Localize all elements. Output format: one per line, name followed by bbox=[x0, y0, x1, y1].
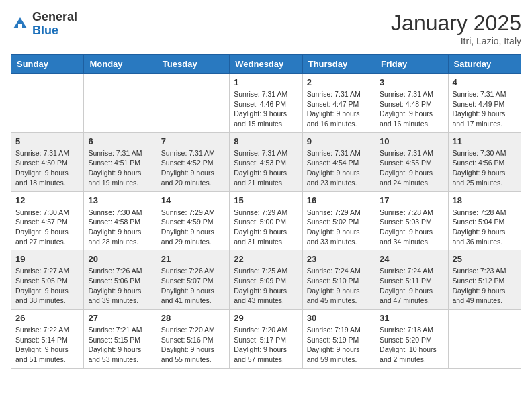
calendar-cell: 18Sunrise: 7:28 AMSunset: 5:04 PMDayligh… bbox=[448, 191, 521, 250]
day-number: 23 bbox=[307, 254, 371, 264]
day-info: Sunrise: 7:31 AMSunset: 4:46 PMDaylight:… bbox=[234, 89, 298, 129]
weekday-header-cell: Wednesday bbox=[230, 55, 302, 74]
day-number: 22 bbox=[234, 254, 298, 264]
day-info: Sunrise: 7:19 AMSunset: 5:19 PMDaylight:… bbox=[307, 325, 371, 365]
day-number: 25 bbox=[453, 254, 517, 264]
svg-rect-1 bbox=[18, 24, 22, 30]
day-info: Sunrise: 7:31 AMSunset: 4:48 PMDaylight:… bbox=[380, 89, 443, 129]
location: Itri, Lazio, Italy bbox=[391, 36, 521, 46]
calendar-cell: 17Sunrise: 7:28 AMSunset: 5:03 PMDayligh… bbox=[375, 191, 448, 250]
day-number: 16 bbox=[307, 195, 371, 205]
logo-general: General bbox=[32, 10, 77, 24]
calendar-cell: 23Sunrise: 7:24 AMSunset: 5:10 PMDayligh… bbox=[302, 250, 375, 310]
calendar-cell bbox=[157, 74, 229, 133]
day-number: 15 bbox=[234, 195, 298, 205]
day-info: Sunrise: 7:31 AMSunset: 4:49 PMDaylight:… bbox=[453, 89, 517, 129]
day-number: 28 bbox=[161, 313, 225, 323]
calendar-cell: 28Sunrise: 7:20 AMSunset: 5:16 PMDayligh… bbox=[157, 310, 229, 369]
logo-icon bbox=[11, 15, 30, 34]
day-info: Sunrise: 7:30 AMSunset: 4:57 PMDaylight:… bbox=[15, 208, 79, 247]
day-info: Sunrise: 7:22 AMSunset: 5:14 PMDaylight:… bbox=[15, 325, 79, 365]
day-info: Sunrise: 7:25 AMSunset: 5:09 PMDaylight:… bbox=[234, 266, 298, 306]
weekday-header-cell: Sunday bbox=[11, 55, 84, 74]
day-number: 3 bbox=[380, 77, 443, 87]
day-info: Sunrise: 7:21 AMSunset: 5:15 PMDaylight:… bbox=[88, 325, 152, 365]
calendar-cell: 27Sunrise: 7:21 AMSunset: 5:15 PMDayligh… bbox=[84, 310, 157, 369]
day-info: Sunrise: 7:24 AMSunset: 5:11 PMDaylight:… bbox=[380, 266, 443, 306]
day-info: Sunrise: 7:31 AMSunset: 4:51 PMDaylight:… bbox=[88, 148, 152, 188]
calendar-cell: 13Sunrise: 7:30 AMSunset: 4:58 PMDayligh… bbox=[84, 191, 157, 250]
day-info: Sunrise: 7:20 AMSunset: 5:17 PMDaylight:… bbox=[234, 325, 298, 365]
day-info: Sunrise: 7:31 AMSunset: 4:47 PMDaylight:… bbox=[307, 89, 371, 129]
calendar-cell: 11Sunrise: 7:30 AMSunset: 4:56 PMDayligh… bbox=[448, 132, 521, 191]
weekday-header-cell: Tuesday bbox=[157, 55, 229, 74]
calendar-cell: 6Sunrise: 7:31 AMSunset: 4:51 PMDaylight… bbox=[84, 132, 157, 191]
calendar-cell bbox=[11, 74, 84, 133]
day-number: 27 bbox=[88, 313, 152, 323]
calendar-cell: 21Sunrise: 7:26 AMSunset: 5:07 PMDayligh… bbox=[157, 250, 229, 310]
day-info: Sunrise: 7:24 AMSunset: 5:10 PMDaylight:… bbox=[307, 266, 371, 306]
day-number: 6 bbox=[88, 136, 152, 146]
calendar-cell bbox=[84, 74, 157, 133]
weekday-header-cell: Monday bbox=[84, 55, 157, 74]
day-info: Sunrise: 7:29 AMSunset: 4:59 PMDaylight:… bbox=[161, 208, 225, 247]
day-number: 11 bbox=[453, 136, 517, 146]
weekday-header-row: SundayMondayTuesdayWednesdayThursdayFrid… bbox=[11, 55, 521, 74]
day-number: 20 bbox=[88, 254, 152, 264]
calendar-cell: 10Sunrise: 7:31 AMSunset: 4:55 PMDayligh… bbox=[375, 132, 448, 191]
calendar-week-row: 5Sunrise: 7:31 AMSunset: 4:50 PMDaylight… bbox=[11, 132, 521, 191]
calendar-cell: 19Sunrise: 7:27 AMSunset: 5:05 PMDayligh… bbox=[11, 250, 84, 310]
day-number: 24 bbox=[380, 254, 443, 264]
weekday-header-cell: Thursday bbox=[302, 55, 375, 74]
weekday-header-cell: Saturday bbox=[448, 55, 521, 74]
logo-blue: Blue bbox=[32, 24, 58, 37]
calendar-cell: 5Sunrise: 7:31 AMSunset: 4:50 PMDaylight… bbox=[11, 132, 84, 191]
day-info: Sunrise: 7:31 AMSunset: 4:55 PMDaylight:… bbox=[380, 148, 443, 188]
day-number: 13 bbox=[88, 195, 152, 205]
calendar-cell: 16Sunrise: 7:29 AMSunset: 5:02 PMDayligh… bbox=[302, 191, 375, 250]
day-info: Sunrise: 7:31 AMSunset: 4:50 PMDaylight:… bbox=[15, 148, 79, 188]
calendar-cell: 3Sunrise: 7:31 AMSunset: 4:48 PMDaylight… bbox=[375, 74, 448, 133]
day-number: 7 bbox=[161, 136, 225, 146]
day-number: 19 bbox=[15, 254, 79, 264]
calendar-cell: 2Sunrise: 7:31 AMSunset: 4:47 PMDaylight… bbox=[302, 74, 375, 133]
calendar-cell: 25Sunrise: 7:23 AMSunset: 5:12 PMDayligh… bbox=[448, 250, 521, 310]
month-title: January 2025 bbox=[391, 11, 521, 36]
calendar-week-row: 1Sunrise: 7:31 AMSunset: 4:46 PMDaylight… bbox=[11, 74, 521, 133]
day-number: 9 bbox=[307, 136, 371, 146]
day-number: 2 bbox=[307, 77, 371, 87]
day-number: 31 bbox=[380, 313, 443, 323]
day-number: 4 bbox=[453, 77, 517, 87]
day-number: 29 bbox=[234, 313, 298, 323]
calendar-cell: 22Sunrise: 7:25 AMSunset: 5:09 PMDayligh… bbox=[230, 250, 302, 310]
calendar-cell: 7Sunrise: 7:31 AMSunset: 4:52 PMDaylight… bbox=[157, 132, 229, 191]
calendar-table: SundayMondayTuesdayWednesdayThursdayFrid… bbox=[11, 54, 521, 369]
day-info: Sunrise: 7:28 AMSunset: 5:04 PMDaylight:… bbox=[453, 208, 517, 247]
day-info: Sunrise: 7:31 AMSunset: 4:52 PMDaylight:… bbox=[161, 148, 225, 188]
title-block: January 2025 Itri, Lazio, Italy bbox=[391, 11, 521, 46]
day-number: 30 bbox=[307, 313, 371, 323]
day-info: Sunrise: 7:28 AMSunset: 5:03 PMDaylight:… bbox=[380, 208, 443, 247]
day-number: 17 bbox=[380, 195, 443, 205]
calendar-cell bbox=[448, 310, 521, 369]
day-number: 1 bbox=[234, 77, 298, 87]
calendar-body: 1Sunrise: 7:31 AMSunset: 4:46 PMDaylight… bbox=[11, 74, 521, 369]
day-info: Sunrise: 7:30 AMSunset: 4:58 PMDaylight:… bbox=[88, 208, 152, 247]
day-number: 8 bbox=[234, 136, 298, 146]
day-info: Sunrise: 7:20 AMSunset: 5:16 PMDaylight:… bbox=[161, 325, 225, 365]
calendar-cell: 29Sunrise: 7:20 AMSunset: 5:17 PMDayligh… bbox=[230, 310, 302, 369]
day-info: Sunrise: 7:18 AMSunset: 5:20 PMDaylight:… bbox=[380, 325, 443, 365]
calendar-cell: 9Sunrise: 7:31 AMSunset: 4:54 PMDaylight… bbox=[302, 132, 375, 191]
day-number: 21 bbox=[161, 254, 225, 264]
calendar-cell: 12Sunrise: 7:30 AMSunset: 4:57 PMDayligh… bbox=[11, 191, 84, 250]
calendar-cell: 24Sunrise: 7:24 AMSunset: 5:11 PMDayligh… bbox=[375, 250, 448, 310]
page-header: General Blue January 2025 Itri, Lazio, I… bbox=[11, 11, 521, 46]
calendar-cell: 8Sunrise: 7:31 AMSunset: 4:53 PMDaylight… bbox=[230, 132, 302, 191]
day-info: Sunrise: 7:26 AMSunset: 5:06 PMDaylight:… bbox=[88, 266, 152, 306]
day-number: 18 bbox=[453, 195, 517, 205]
day-info: Sunrise: 7:31 AMSunset: 4:53 PMDaylight:… bbox=[234, 148, 298, 188]
day-number: 10 bbox=[380, 136, 443, 146]
day-number: 12 bbox=[15, 195, 79, 205]
day-number: 14 bbox=[161, 195, 225, 205]
day-info: Sunrise: 7:31 AMSunset: 4:54 PMDaylight:… bbox=[307, 148, 371, 188]
